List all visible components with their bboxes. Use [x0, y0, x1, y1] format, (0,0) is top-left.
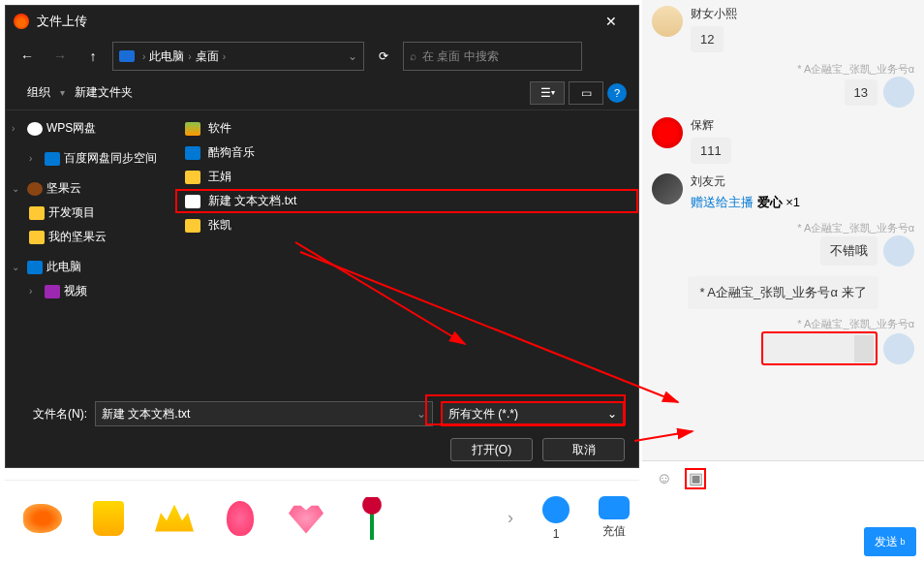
sidebar-label: 百度网盘同步空间: [64, 150, 157, 167]
file-name: 王娟: [208, 169, 231, 185]
gift-fish[interactable]: [15, 490, 71, 547]
sidebar-label: 视频: [64, 283, 87, 299]
stat-label: 充值: [602, 523, 626, 540]
app-icon: [185, 122, 200, 136]
message-text: 12: [691, 26, 724, 52]
toolbar: 组织 ▾ 新建文件夹 ☰▾ ▭ ?: [6, 76, 638, 110]
path-dropdown-icon[interactable]: ⌄: [348, 49, 357, 63]
nav-bar: ← → ↑ › 此电脑 › 桌面 › ⌄ ⟳ ⌕ 在 桌面 中搜索: [6, 37, 638, 76]
sidebar-item-baidu[interactable]: › 百度网盘同步空间: [6, 146, 175, 171]
cloud-icon: [27, 122, 43, 136]
gift-crown[interactable]: [146, 490, 202, 547]
cancel-button[interactable]: 取消: [542, 438, 625, 461]
sidebar-item-jianguo[interactable]: ⌄ 坚果云: [6, 176, 175, 201]
folder-icon: [29, 206, 45, 220]
chat-input-area[interactable]: 发送b: [642, 495, 924, 564]
file-name: 张凯: [208, 217, 231, 234]
avatar[interactable]: [883, 77, 914, 108]
sidebar-label: 开发项目: [48, 204, 95, 221]
gift-count: ×1: [785, 195, 800, 209]
message-attachment-placeholder: [761, 331, 878, 365]
gift-balloon[interactable]: [212, 490, 268, 547]
sidebar-item-dev[interactable]: 开发项目: [6, 201, 175, 225]
forward-button[interactable]: →: [46, 43, 74, 70]
nut-icon: [27, 182, 43, 196]
path-current[interactable]: 桌面: [196, 48, 219, 65]
folder-icon: [185, 171, 200, 184]
chevron-right-icon: ›: [29, 286, 41, 297]
file-item[interactable]: 王娟: [175, 165, 638, 189]
path-root[interactable]: 此电脑: [149, 48, 184, 65]
titlebar: 文件上传 ✕: [6, 6, 638, 37]
file-item[interactable]: 软件: [175, 116, 638, 141]
dialog-body: › WPS网盘 › 百度网盘同步空间 ⌄ 坚果云 开发项目: [6, 110, 638, 392]
search-input[interactable]: ⌕ 在 桌面 中搜索: [403, 42, 582, 71]
video-icon: [45, 285, 60, 298]
file-item[interactable]: 张凯: [175, 213, 638, 237]
globe-icon: [542, 496, 570, 523]
chat-message: 财女小熙 12: [652, 6, 914, 52]
filename-label: 文件名(N):: [19, 406, 87, 423]
gift-next-arrow[interactable]: ›: [508, 508, 513, 528]
avatar[interactable]: [883, 235, 914, 266]
sidebar-item-wps[interactable]: › WPS网盘: [6, 116, 175, 141]
file-item-selected[interactable]: 新建 文本文档.txt: [175, 189, 638, 213]
back-button[interactable]: ←: [14, 43, 41, 70]
close-button[interactable]: ✕: [592, 14, 631, 29]
recharge-button[interactable]: 充值: [599, 496, 630, 540]
gift-trophy[interactable]: [80, 490, 137, 547]
sidebar-item-myjianguo[interactable]: 我的坚果云: [6, 225, 175, 249]
chat-message: * A企融宝_张凯_业务号α 13: [652, 62, 914, 108]
gift-name: 爱心: [757, 195, 783, 209]
dialog-bottom: 文件名(N): 新建 文本文档.txt ⌄ 所有文件 (*.*) ⌄ 打开(O)…: [6, 392, 638, 471]
avatar[interactable]: [883, 333, 914, 364]
emoji-button[interactable]: ☺: [654, 468, 675, 489]
system-message: * A企融宝_张凯_业务号α 来了: [688, 276, 878, 309]
organize-menu[interactable]: 组织: [17, 80, 60, 105]
file-name: 新建 文本文档.txt: [208, 193, 296, 209]
gift-action: 赠送给主播: [691, 195, 754, 209]
chat-gift-message: 刘友元 赠送给主播 爱心 ×1: [652, 173, 914, 211]
folder-icon: [29, 231, 45, 244]
refresh-button[interactable]: ⟳: [370, 43, 397, 70]
chevron-right-icon: ›: [29, 153, 41, 164]
open-button[interactable]: 打开(O): [450, 438, 533, 461]
new-folder-button[interactable]: 新建文件夹: [65, 80, 142, 105]
stat-value: 1: [553, 527, 560, 541]
path-bar[interactable]: › 此电脑 › 桌面 › ⌄: [112, 42, 364, 71]
pc-icon: [27, 261, 43, 274]
chat-messages: 财女小熙 12 * A企融宝_张凯_业务号α 13 保辉 111 刘友元 赠送给: [642, 0, 924, 460]
avatar[interactable]: [652, 6, 683, 37]
up-button[interactable]: ↑: [79, 43, 107, 70]
chat-message: 保辉 111: [652, 117, 914, 164]
gift-heart[interactable]: [278, 490, 334, 547]
avatar[interactable]: [652, 117, 683, 148]
chevron-down-icon: ⌄: [12, 183, 23, 194]
view-list-button[interactable]: ☰▾: [530, 81, 565, 105]
folder-icon: [45, 152, 60, 166]
folder-icon: [185, 219, 200, 233]
file-list: 软件 酷狗音乐 王娟 新建 文本文档.txt 张凯: [175, 110, 638, 392]
view-preview-button[interactable]: ▭: [569, 81, 603, 105]
file-item[interactable]: 酷狗音乐: [175, 141, 638, 165]
file-type-filter[interactable]: 所有文件 (*.*) ⌄: [441, 401, 625, 426]
chat-panel: 财女小熙 12 * A企融宝_张凯_业务号α 13 保辉 111 刘友元 赠送给: [642, 0, 924, 564]
send-button[interactable]: 发送b: [864, 527, 916, 556]
file-upload-dialog: 文件上传 ✕ ← → ↑ › 此电脑 › 桌面 › ⌄ ⟳ ⌕ 在 桌面 中搜索…: [5, 5, 639, 468]
search-icon: ⌕: [410, 49, 416, 63]
chat-toolbar: ☺ ▣: [642, 460, 924, 495]
chat-message-empty: * A企融宝_张凯_业务号α: [652, 317, 914, 365]
message-username: 财女小熙: [691, 6, 737, 22]
avatar[interactable]: [652, 173, 683, 204]
gift-rose[interactable]: [344, 490, 400, 547]
path-separator: ›: [223, 51, 226, 62]
filename-input[interactable]: 新建 文本文档.txt ⌄: [95, 401, 433, 426]
file-name: 软件: [208, 120, 231, 137]
message-username: 保辉: [691, 117, 731, 134]
help-button[interactable]: ?: [607, 83, 627, 103]
image-upload-button[interactable]: ▣: [685, 468, 706, 489]
gift-stat-globe[interactable]: 1: [542, 496, 570, 541]
sidebar-item-video[interactable]: › 视频: [6, 279, 175, 303]
path-separator: ›: [188, 51, 191, 62]
sidebar-item-thispc[interactable]: ⌄ 此电脑: [6, 255, 175, 279]
